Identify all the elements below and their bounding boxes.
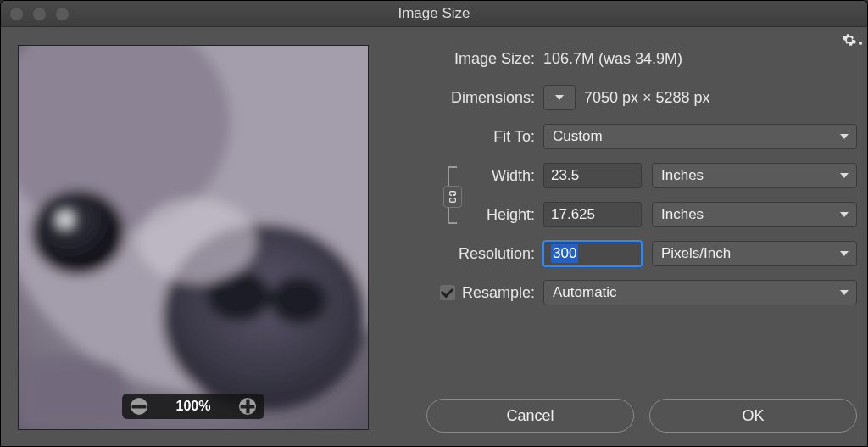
chevron-down-icon: [839, 210, 849, 219]
svg-point-8: [137, 198, 256, 283]
form-area: Image Size: 106.7M (was 34.9M) Dimension…: [382, 45, 857, 438]
height-label: Height:: [462, 206, 543, 224]
minus-icon: [131, 398, 147, 415]
chevron-down-icon: [554, 93, 565, 102]
fit-to-value: Custom: [553, 128, 603, 145]
width-row: Width: 23.5 Inches: [462, 162, 857, 189]
fit-to-dropdown[interactable]: Custom: [543, 124, 857, 149]
chevron-down-icon: [839, 249, 849, 258]
zoom-out-button[interactable]: [131, 398, 147, 415]
chevron-down-icon: [839, 132, 849, 141]
resample-checkbox[interactable]: [440, 285, 455, 300]
resample-method-dropdown[interactable]: Automatic: [543, 280, 857, 305]
image-size-row: Image Size: 106.7M (was 34.9M): [382, 45, 857, 72]
dimensions-label: Dimensions:: [382, 89, 543, 107]
resample-method-value: Automatic: [553, 284, 617, 301]
height-unit-dropdown[interactable]: Inches: [652, 202, 857, 227]
resolution-input[interactable]: 300: [543, 241, 642, 266]
image-size-value: 106.7M (was 34.9M): [543, 50, 682, 68]
svg-rect-11: [246, 400, 249, 414]
minimize-window-button[interactable]: [32, 7, 47, 21]
resolution-unit-value: Pixels/Inch: [661, 245, 731, 262]
chevron-down-icon: [839, 288, 849, 297]
link-icon: [448, 190, 457, 204]
fit-to-row: Fit To: Custom: [382, 123, 857, 150]
image-size-dialog: Image Size: [0, 0, 868, 447]
dialog-buttons: Cancel OK: [426, 399, 857, 433]
height-row: Height: 17.625 Inches: [462, 201, 857, 228]
dimensions-value: 7050 px × 5288 px: [584, 89, 710, 107]
svg-point-7: [270, 277, 327, 324]
dimensions-row: Dimensions: 7050 px × 5288 px: [382, 84, 857, 111]
titlebar: Image Size: [1, 1, 867, 27]
svg-point-4: [58, 212, 73, 227]
resolution-label: Resolution:: [382, 245, 543, 263]
dialog-title: Image Size: [398, 5, 470, 22]
height-input[interactable]: 17.625: [543, 202, 642, 227]
close-window-button[interactable]: [9, 7, 24, 21]
preview-image: [19, 46, 368, 429]
svg-rect-9: [132, 405, 147, 408]
zoom-in-button[interactable]: [239, 398, 256, 415]
resample-row: Resample: Automatic: [382, 279, 857, 306]
width-unit-dropdown[interactable]: Inches: [652, 163, 857, 188]
width-label: Width:: [462, 167, 543, 185]
preview-pane[interactable]: 100%: [18, 45, 369, 430]
constrain-proportions-button[interactable]: [443, 186, 462, 208]
dimensions-unit-button[interactable]: [543, 85, 576, 110]
resolution-unit-dropdown[interactable]: Pixels/Inch: [652, 241, 857, 266]
window-controls: [9, 7, 70, 21]
width-input[interactable]: 23.5: [543, 163, 642, 188]
cancel-button[interactable]: Cancel: [426, 399, 634, 433]
height-unit-value: Inches: [661, 206, 704, 223]
chevron-down-icon: [839, 171, 849, 180]
resample-label: Resample:: [462, 284, 535, 302]
zoom-toolbar: 100%: [122, 394, 264, 419]
svg-point-3: [31, 190, 125, 275]
image-size-label: Image Size:: [382, 50, 543, 68]
fit-to-label: Fit To:: [382, 128, 543, 146]
resolution-row: Resolution: 300 Pixels/Inch: [382, 240, 857, 267]
plus-icon: [239, 398, 256, 415]
zoom-window-button[interactable]: [55, 7, 70, 21]
zoom-level: 100%: [176, 399, 211, 414]
width-unit-value: Inches: [661, 167, 704, 184]
ok-button[interactable]: OK: [649, 399, 857, 433]
